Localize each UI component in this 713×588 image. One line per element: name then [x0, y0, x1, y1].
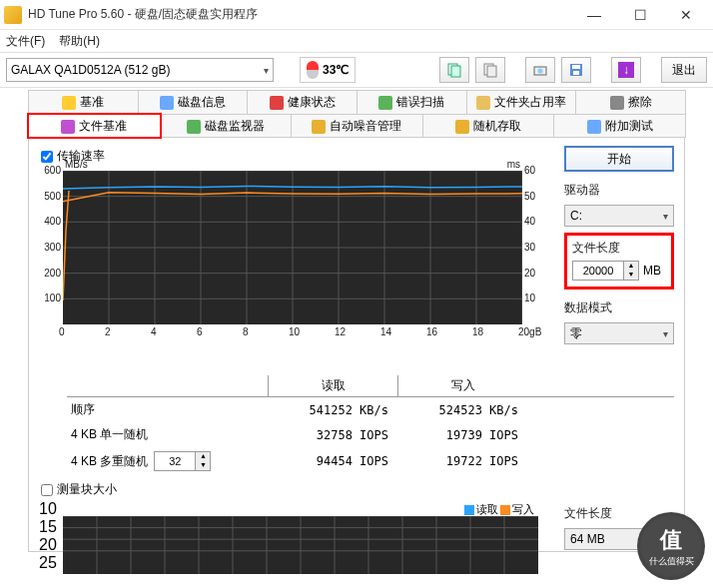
tab-label: 附加测试	[605, 118, 653, 135]
start-button[interactable]: 开始	[564, 146, 674, 172]
tab-文件夹占用率[interactable]: 文件夹占用率	[466, 90, 577, 114]
drive-combo[interactable]: C: ▾	[564, 205, 674, 227]
watermark: 值 什么值得买	[637, 512, 705, 580]
transfer-rate-check-input[interactable]	[41, 151, 53, 163]
col-write: 写入	[398, 375, 528, 396]
copy2-button[interactable]	[475, 57, 505, 83]
temperature-value: 33℃	[323, 63, 349, 77]
folder-icon	[476, 96, 490, 110]
drive-select-value: GALAX QA1D0512A (512 gB)	[11, 63, 170, 77]
tab-附加测试[interactable]: 附加测试	[553, 114, 686, 138]
tab-文件基准[interactable]: 文件基准	[28, 114, 161, 138]
tab-container: 基准磁盘信息健康状态错误扫描文件夹占用率擦除 文件基准磁盘监视器自动噪音管理随机…	[0, 88, 713, 552]
tab-随机存取[interactable]: 随机存取	[422, 114, 555, 138]
watermark-small: 什么值得买	[649, 555, 694, 568]
screenshot-button[interactable]	[525, 57, 555, 83]
chevron-down-icon: ▾	[663, 211, 668, 222]
tab-label: 自动噪音管理	[330, 118, 401, 135]
table-row: 4 KB 多重随机▲▼94454 IOPS19722 IOPS	[67, 447, 674, 475]
chart2-plot-area	[63, 516, 538, 574]
trash-icon	[610, 96, 624, 110]
transfer-rate-checkbox[interactable]: 传输速率	[41, 148, 554, 165]
tab-content: 传输速率 MB/s ms 100200300400500600 10203040…	[28, 137, 685, 552]
drive-combo-value: C:	[570, 209, 582, 223]
close-button[interactable]: ✕	[663, 0, 709, 30]
tab-label: 磁盘信息	[178, 94, 226, 111]
datamode-combo[interactable]: 零 ▾	[564, 322, 674, 344]
toolbar: GALAX QA1D0512A (512 gB) ▾ 33℃ ↓ 退出	[0, 52, 713, 88]
tab-磁盘监视器[interactable]: 磁盘监视器	[160, 114, 293, 138]
mag-icon	[378, 96, 392, 110]
copy-button[interactable]	[439, 57, 469, 83]
tab-磁盘信息[interactable]: 磁盘信息	[138, 90, 249, 114]
legend-write-swatch	[500, 505, 510, 515]
tab-健康状态[interactable]: 健康状态	[247, 90, 357, 114]
menu-help[interactable]: 帮助(H)	[59, 33, 100, 50]
blocksize-check-input[interactable]	[41, 484, 53, 496]
chevron-down-icon: ▾	[264, 65, 269, 76]
row-write: 524523 KB/s	[398, 403, 528, 417]
bulb-icon	[62, 96, 76, 110]
filelen-input[interactable]	[573, 265, 623, 277]
filelen-spinbox[interactable]: ▲▼	[572, 261, 639, 281]
row-read: 541252 KB/s	[269, 403, 398, 417]
tab-label: 随机存取	[473, 118, 521, 135]
watermark-big: 值	[660, 525, 682, 555]
doc-icon	[61, 120, 75, 134]
legend-read-label: 读取	[476, 502, 498, 517]
spin-up[interactable]: ▲	[624, 262, 638, 271]
svg-rect-8	[573, 71, 579, 75]
svg-rect-1	[451, 66, 460, 77]
transfer-chart: MB/s ms 100200300400500600 102030405060 …	[39, 167, 544, 340]
row-label: 顺序	[71, 401, 95, 418]
menu-file[interactable]: 文件(F)	[6, 33, 45, 50]
action-button[interactable]: ↓	[611, 57, 641, 83]
blocksize-chart: 读取 写入 10152025	[39, 500, 544, 574]
table-row: 4 KB 单一随机32758 IOPS19739 IOPS	[67, 422, 674, 447]
tab-基准[interactable]: 基准	[28, 90, 139, 114]
blocksize-label: 测量块大小	[57, 481, 117, 498]
temperature-display: 33℃	[300, 57, 356, 83]
row-write: 19739 IOPS	[398, 428, 528, 442]
spin-down[interactable]: ▼	[196, 461, 210, 470]
tab-label: 错误扫描	[396, 94, 444, 111]
datamode-combo-value: 零	[570, 325, 582, 342]
tab-自动噪音管理[interactable]: 自动噪音管理	[291, 114, 423, 138]
maximize-button[interactable]: ☐	[617, 0, 663, 30]
exit-button[interactable]: 退出	[661, 57, 707, 83]
filelen2-value: 64 MB	[570, 532, 605, 546]
window-title: HD Tune Pro 5.60 - 硬盘/固态硬盘实用程序	[28, 6, 571, 23]
tab-label: 擦除	[628, 94, 652, 111]
spin-down[interactable]: ▼	[624, 271, 638, 280]
row-read: 94454 IOPS	[269, 454, 398, 468]
results-table: 读取 写入 顺序541252 KB/s524523 KB/s4 KB 单一随机3…	[67, 375, 674, 475]
chart-plot-area	[63, 171, 522, 324]
monitor-icon	[187, 120, 201, 134]
filelen-label: 文件长度	[572, 240, 666, 257]
col-read: 读取	[269, 375, 398, 396]
legend-read-swatch	[464, 505, 474, 515]
tab-擦除[interactable]: 擦除	[575, 90, 686, 114]
multi-spinbox[interactable]: ▲▼	[154, 451, 211, 471]
tab-错误扫描[interactable]: 错误扫描	[356, 90, 467, 114]
calc-icon	[587, 120, 601, 134]
blocksize-checkbox[interactable]: 测量块大小	[41, 481, 554, 498]
chevron-down-icon: ▾	[663, 328, 668, 339]
row-write: 19722 IOPS	[398, 454, 528, 468]
plus-icon	[270, 96, 284, 110]
save-button[interactable]	[561, 57, 591, 83]
speaker-icon	[312, 120, 326, 134]
multi-spin-input[interactable]	[155, 455, 195, 467]
spin-up[interactable]: ▲	[196, 452, 210, 461]
menu-bar: 文件(F) 帮助(H)	[0, 30, 713, 52]
minimize-button[interactable]: —	[571, 0, 617, 30]
datamode-label: 数据模式	[564, 299, 674, 316]
table-row: 顺序541252 KB/s524523 KB/s	[67, 397, 674, 422]
legend-write-label: 写入	[512, 502, 534, 517]
svg-rect-3	[487, 66, 496, 77]
drive-select[interactable]: GALAX QA1D0512A (512 gB) ▾	[6, 58, 274, 82]
chart2-legend: 读取 写入	[464, 502, 534, 517]
thermometer-icon	[307, 61, 319, 79]
tab-label: 文件基准	[79, 118, 127, 135]
svg-point-5	[538, 69, 543, 74]
